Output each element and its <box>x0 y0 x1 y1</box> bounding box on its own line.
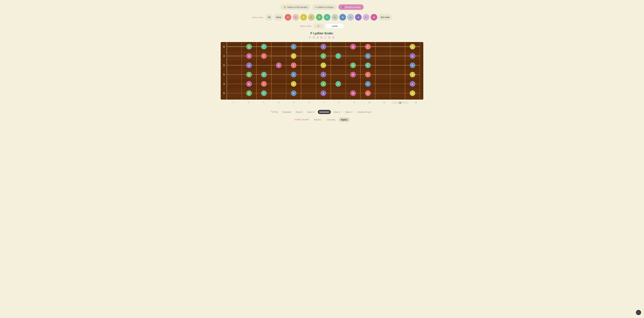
note-btn-none[interactable]: None <box>274 14 284 21</box>
sound-label: Sound on hover <box>345 6 360 9</box>
scale-selector: select scale: <box>300 24 344 29</box>
tuning-label: Tuning: <box>270 111 278 113</box>
note-btn-Bb[interactable]: B♭ <box>363 14 370 21</box>
sound-hover-button[interactable]: 🎵 Sound on hover <box>338 4 364 10</box>
tuning-btn-dropd[interactable]: Drop D <box>294 110 304 114</box>
svg-text:E: E <box>248 73 250 76</box>
note-btn-Db[interactable]: D♭ <box>292 14 299 21</box>
svg-text:G: G <box>367 55 369 57</box>
tuning-btn-dropc[interactable]: Drop C <box>332 110 342 114</box>
sounds-label: Guitar sounds: <box>294 118 310 121</box>
svg-text:A: A <box>322 92 324 94</box>
scale-root-input[interactable] <box>314 24 324 28</box>
svg-text:B: B <box>248 55 250 57</box>
fret-num-13: 13 <box>408 101 423 104</box>
note-buttons-row: AllNoneCD♭DE♭EFG♭GA♭AB♭BSet scale <box>266 14 392 21</box>
note-btn-Eb[interactable]: E♭ <box>308 14 315 21</box>
svg-text:B: B <box>278 64 280 67</box>
svg-text:D: D <box>223 45 225 48</box>
tuning-btn-openg[interactable]: Open G <box>306 110 317 114</box>
svg-text:A: A <box>322 46 324 48</box>
svg-text:D: D <box>223 92 225 94</box>
svg-text:E: E <box>352 64 354 67</box>
tuning-section: Tuning: StandardDrop DOpen GDADGADDrop C… <box>270 110 374 114</box>
svg-text:G: G <box>293 92 294 94</box>
svg-text:D: D <box>293 55 294 57</box>
note-btn-A[interactable]: A <box>355 14 362 21</box>
fret-numbers-row: 12345678910111213 <box>221 101 423 104</box>
svg-text:A: A <box>223 55 225 57</box>
fret-num-8: 8 <box>332 101 346 104</box>
svg-text:B: B <box>352 92 354 94</box>
fretboard: DAGDADEFGABCDBCDEFGAABCDEFGEFGABCDBCDEFG… <box>221 42 423 100</box>
sound-buttons-row: ElectricAcousticNylon <box>312 117 350 122</box>
scroll-top-button[interactable]: ↑ <box>636 310 641 315</box>
show-notes-label: show notes: <box>252 16 264 19</box>
show-notes-section: show notes: AllNoneCD♭DE♭EFG♭GA♭AB♭BSet … <box>252 14 392 21</box>
tuning-btn-dadgad[interactable]: DADGAD <box>318 110 331 114</box>
fret-num-4: 4 <box>271 101 286 104</box>
note-btn-F[interactable]: F <box>324 14 330 21</box>
svg-text:D: D <box>412 92 413 94</box>
sound-btn-electric[interactable]: Electric <box>312 117 324 122</box>
sound-btn-nylon[interactable]: Nylon <box>339 117 350 122</box>
note-btn-Gb[interactable]: G♭ <box>332 14 338 21</box>
fret-num-12: 12 <box>392 101 408 104</box>
svg-text:A: A <box>322 73 324 76</box>
tuning-buttons-row: StandardDrop DOpen GDADGADDrop COpen CDo… <box>280 110 374 114</box>
note-btn-D[interactable]: D <box>300 14 307 21</box>
scale-type-input[interactable] <box>325 24 344 29</box>
svg-text:G: G <box>367 83 369 85</box>
fret-num-3: 3 <box>256 101 271 104</box>
svg-text:D: D <box>412 73 413 76</box>
scale-title-heading: F Lydian Scale: <box>309 32 335 35</box>
tuning-btn-openc[interactable]: Open C <box>344 110 354 114</box>
svg-text:G: G <box>412 64 413 67</box>
svg-text:G: G <box>293 73 294 76</box>
svg-text:E: E <box>322 55 324 57</box>
sound-btn-acoustic[interactable]: Acoustic <box>325 117 338 122</box>
note-btn-Ab[interactable]: A♭ <box>347 14 354 21</box>
fret-num-5: 5 <box>286 101 301 104</box>
svg-text:E: E <box>322 83 324 85</box>
svg-text:D: D <box>293 83 294 85</box>
left-handed-button[interactable]: ✌️ Switch to left handed <box>280 4 310 10</box>
svg-text:A: A <box>412 83 413 85</box>
sharps-button[interactable]: # Switch to sharps <box>312 4 336 10</box>
scale-notes-display: F G A B C D E <box>309 36 335 39</box>
fretboard-wrapper: DAGDADEFGABCDBCDEFGAABCDEFGEFGABCDBCDEFG… <box>221 42 423 104</box>
svg-text:C: C <box>367 92 369 94</box>
svg-text:B: B <box>352 73 354 76</box>
note-btn-E[interactable]: E <box>316 14 322 21</box>
sharps-icon: # <box>315 6 316 9</box>
top-buttons-container: ✌️ Switch to left handed # Switch to sha… <box>280 4 364 10</box>
sharps-label: Switch to sharps <box>318 6 334 9</box>
fret-num-1: 1 <box>226 101 241 104</box>
svg-text:C: C <box>367 73 369 76</box>
note-btn-setScale[interactable]: Set scale <box>378 14 392 21</box>
fret-num-6: 6 <box>302 101 316 104</box>
note-btn-B[interactable]: B <box>371 14 377 21</box>
fret-num-10: 10 <box>362 101 377 104</box>
svg-text:F: F <box>263 46 264 48</box>
scale-title-section: F Lydian Scale: F G A B C D E <box>309 32 335 39</box>
tuning-btn-standard[interactable]: Standard <box>280 110 293 114</box>
fret-num-2: 2 <box>241 101 256 104</box>
fret-num-9: 9 <box>347 101 362 104</box>
note-btn-G[interactable]: G <box>339 14 346 21</box>
svg-text:B: B <box>248 83 250 85</box>
svg-text:F: F <box>263 92 264 94</box>
svg-text:C: C <box>263 55 265 57</box>
svg-text:G: G <box>223 64 225 67</box>
sound-icon: 🎵 <box>342 6 344 9</box>
svg-text:F: F <box>263 73 264 76</box>
note-btn-all[interactable]: All <box>266 14 273 21</box>
svg-text:D: D <box>412 46 413 48</box>
svg-text:C: C <box>263 83 265 85</box>
scale-selector-label: select scale: <box>300 25 312 27</box>
note-btn-C[interactable]: C <box>285 14 291 21</box>
fret-num-7: 7 <box>316 101 332 104</box>
svg-text:G: G <box>293 46 294 48</box>
tuning-btn-doubledropd[interactable]: Double Drop D <box>356 110 374 114</box>
left-handed-label: Switch to left handed <box>287 6 307 9</box>
